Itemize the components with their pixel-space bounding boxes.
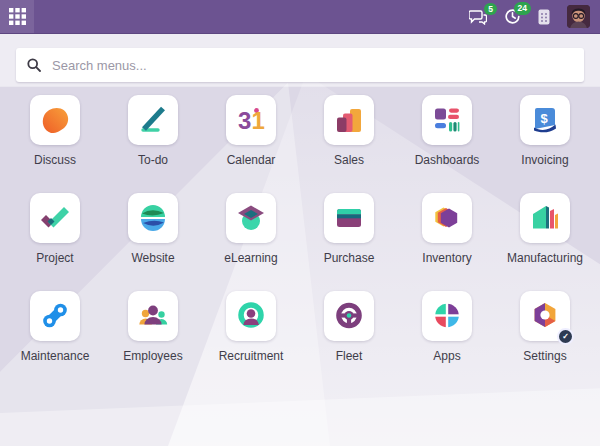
elearning-app-icon: [235, 202, 267, 234]
home-menu: Discuss To-do 3 1 Calendar: [0, 34, 600, 446]
app-label: Sales: [334, 153, 364, 167]
app-fleet[interactable]: Fleet: [300, 291, 398, 363]
app-invoicing[interactable]: $ Invoicing: [496, 95, 594, 167]
project-app-icon: [39, 202, 71, 234]
apps-app-icon: [431, 300, 463, 332]
app-employees[interactable]: Employees: [104, 291, 202, 363]
app-label: Recruitment: [219, 349, 284, 363]
search-input[interactable]: [50, 57, 573, 74]
app-label: Purchase: [324, 251, 375, 265]
app-sales[interactable]: Sales: [300, 95, 398, 167]
mobile-app-button[interactable]: [538, 9, 550, 25]
app-tile: $: [520, 95, 570, 145]
app-apps[interactable]: Apps: [398, 291, 496, 363]
svg-text:$: $: [541, 111, 549, 126]
app-tile: [324, 291, 374, 341]
manufacturing-app-icon: [529, 202, 561, 234]
app-tile: ✓: [520, 291, 570, 341]
activities-button[interactable]: 24: [504, 8, 521, 25]
topbar: 5 24: [0, 0, 600, 34]
app-purchase[interactable]: Purchase: [300, 193, 398, 265]
website-app-icon: [137, 202, 169, 234]
apps-grid-button[interactable]: [0, 0, 34, 33]
app-label: Invoicing: [521, 153, 568, 167]
app-label: Maintenance: [21, 349, 90, 363]
app-label: eLearning: [224, 251, 277, 265]
app-recruitment[interactable]: Recruitment: [202, 291, 300, 363]
search-icon: [27, 58, 41, 72]
invoicing-app-icon: $: [529, 104, 561, 136]
user-avatar[interactable]: [567, 5, 590, 28]
app-tile: [324, 95, 374, 145]
app-manufacturing[interactable]: Manufacturing: [496, 193, 594, 265]
app-dashboards[interactable]: Dashboards: [398, 95, 496, 167]
app-label: Employees: [123, 349, 182, 363]
settings-check-badge: ✓: [557, 328, 574, 345]
app-tile: [30, 193, 80, 243]
employees-app-icon: [137, 300, 169, 332]
app-tile: [128, 291, 178, 341]
recruitment-app-icon: [235, 300, 267, 332]
app-label: Fleet: [336, 349, 363, 363]
app-tile: [422, 95, 472, 145]
apps-grid-icon: [9, 8, 26, 25]
app-tile: [520, 193, 570, 243]
search-bar[interactable]: [16, 48, 584, 82]
app-settings[interactable]: ✓ Settings: [496, 291, 594, 363]
activities-badge: 24: [514, 2, 531, 15]
calendar-app-icon: 3 1: [235, 104, 267, 136]
app-tile: 3 1: [226, 95, 276, 145]
app-tile: [226, 291, 276, 341]
app-tile: [422, 193, 472, 243]
app-label: To-do: [138, 153, 168, 167]
maintenance-app-icon: [39, 300, 71, 332]
app-grid: Discuss To-do 3 1 Calendar: [0, 82, 600, 363]
topbar-right: 5 24: [469, 5, 600, 28]
app-label: Discuss: [34, 153, 76, 167]
app-project[interactable]: Project: [6, 193, 104, 265]
app-website[interactable]: Website: [104, 193, 202, 265]
app-discuss[interactable]: Discuss: [6, 95, 104, 167]
app-tile: [324, 193, 374, 243]
app-label: Dashboards: [415, 153, 480, 167]
dashboards-app-icon: [431, 104, 463, 136]
app-elearning[interactable]: eLearning: [202, 193, 300, 265]
app-maintenance[interactable]: Maintenance: [6, 291, 104, 363]
app-calendar[interactable]: 3 1 Calendar: [202, 95, 300, 167]
sales-app-icon: [333, 104, 365, 136]
app-label: Apps: [433, 349, 460, 363]
settings-app-icon: [529, 300, 561, 332]
app-label: Settings: [523, 349, 566, 363]
mobile-device-icon: [538, 9, 550, 25]
messages-button[interactable]: 5: [469, 9, 487, 25]
app-label: Manufacturing: [507, 251, 583, 265]
app-inventory[interactable]: Inventory: [398, 193, 496, 265]
app-tile: [128, 193, 178, 243]
fleet-app-icon: [333, 300, 365, 332]
app-tile: [226, 193, 276, 243]
app-tile: [30, 291, 80, 341]
svg-text:1: 1: [252, 107, 265, 134]
app-tile: [422, 291, 472, 341]
messages-badge: 5: [484, 3, 497, 16]
discuss-app-icon: [39, 104, 71, 136]
avatar-image: [567, 5, 590, 28]
app-label: Project: [36, 251, 73, 265]
app-label: Inventory: [422, 251, 471, 265]
inventory-app-icon: [431, 202, 463, 234]
purchase-app-icon: [333, 202, 365, 234]
todo-app-icon: [137, 104, 169, 136]
app-label: Website: [131, 251, 174, 265]
app-label: Calendar: [227, 153, 276, 167]
search-row: [0, 34, 600, 82]
app-todo[interactable]: To-do: [104, 95, 202, 167]
svg-text:3: 3: [238, 107, 251, 134]
app-tile: [30, 95, 80, 145]
app-tile: [128, 95, 178, 145]
